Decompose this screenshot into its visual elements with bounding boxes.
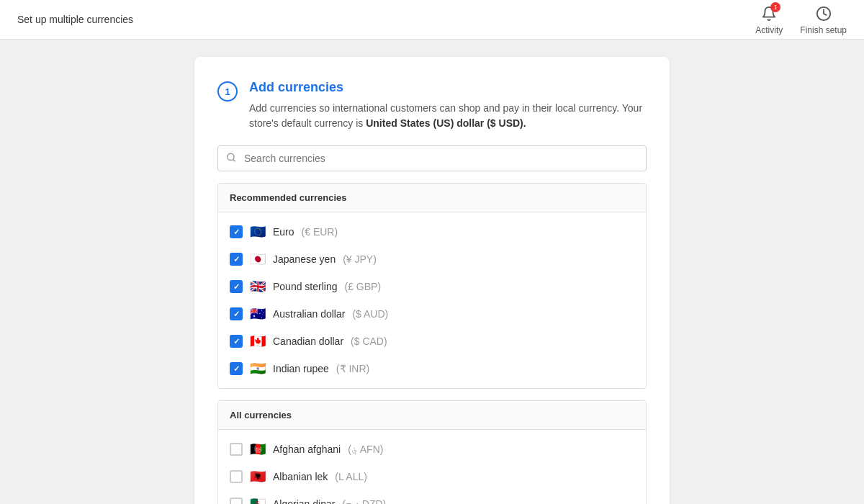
activity-icon-wrapper: 1 bbox=[759, 4, 779, 24]
all-section-label: All currencies bbox=[218, 401, 646, 430]
currency-name: Euro bbox=[273, 226, 294, 238]
currency-name: Canadian dollar bbox=[273, 336, 343, 347]
currency-checkbox[interactable] bbox=[230, 280, 243, 293]
activity-nav-item[interactable]: 1 Activity bbox=[755, 4, 783, 35]
currency-item: 🇯🇵Japanese yen (¥ JPY) bbox=[230, 246, 634, 273]
currency-checkbox[interactable] bbox=[230, 225, 243, 238]
currency-flag: 🇦🇱 bbox=[250, 469, 266, 485]
finish-setup-label: Finish setup bbox=[800, 25, 847, 35]
currency-item: 🇪🇺Euro (€ EUR) bbox=[230, 218, 634, 246]
currency-code: (؋ AFN) bbox=[348, 444, 383, 455]
currency-flag: 🇬🇧 bbox=[250, 279, 266, 294]
currency-item: 🇦🇱Albanian lek (L ALL) bbox=[230, 463, 634, 490]
search-icon bbox=[226, 153, 236, 165]
header: Set up multiple currencies 1 Activity Fi… bbox=[0, 0, 864, 40]
currency-code: ($ CAD) bbox=[351, 336, 387, 347]
currency-flag: 🇦🇺 bbox=[250, 306, 266, 322]
all-currencies-section: All currencies 🇦🇫Afghan afghani (؋ AFN)🇦… bbox=[217, 400, 647, 504]
search-input[interactable] bbox=[217, 145, 647, 171]
clock-icon bbox=[816, 6, 832, 22]
currency-item: 🇩🇿Algerian dinar (د.ج DZD) bbox=[230, 490, 634, 504]
currency-checkbox[interactable] bbox=[230, 470, 243, 483]
step-description-strong: United States (US) dollar ($ USD). bbox=[366, 117, 526, 129]
currency-name: Japanese yen bbox=[273, 253, 336, 265]
currency-name: Albanian lek bbox=[273, 471, 328, 482]
recommended-section-label: Recommended currencies bbox=[218, 184, 646, 212]
page-title: Set up multiple currencies bbox=[17, 14, 133, 25]
step-header: 1 Add currencies Add currencies so inter… bbox=[217, 80, 647, 131]
currency-checkbox[interactable] bbox=[230, 362, 243, 375]
currency-name: Afghan afghani bbox=[273, 444, 341, 455]
currency-flag: 🇪🇺 bbox=[250, 224, 266, 240]
currency-name: Australian dollar bbox=[273, 308, 345, 320]
step-content: Add currencies Add currencies so interna… bbox=[249, 80, 647, 131]
currency-flag: 🇦🇫 bbox=[250, 441, 266, 457]
search-container bbox=[217, 145, 647, 171]
recommended-currencies-section: Recommended currencies 🇪🇺Euro (€ EUR)🇯🇵J… bbox=[217, 183, 647, 389]
main-content: 1 Add currencies Add currencies so inter… bbox=[0, 40, 864, 504]
currency-code: (£ GBP) bbox=[345, 281, 382, 292]
currency-checkbox[interactable] bbox=[230, 335, 243, 348]
all-currency-list: 🇦🇫Afghan afghani (؋ AFN)🇦🇱Albanian lek (… bbox=[218, 430, 646, 504]
currency-item: 🇦🇺Australian dollar ($ AUD) bbox=[230, 300, 634, 328]
currency-item: 🇬🇧Pound sterling (£ GBP) bbox=[230, 273, 634, 300]
setup-card: 1 Add currencies Add currencies so inter… bbox=[194, 57, 670, 504]
activity-label: Activity bbox=[755, 25, 783, 35]
currency-flag: 🇩🇿 bbox=[250, 496, 266, 504]
finish-setup-nav-item[interactable]: Finish setup bbox=[800, 4, 847, 35]
currency-code: (€ EUR) bbox=[302, 226, 338, 238]
step-description: Add currencies so international customer… bbox=[249, 101, 647, 131]
currency-name: Indian rupee bbox=[273, 363, 329, 374]
currency-checkbox[interactable] bbox=[230, 253, 243, 266]
step-badge: 1 bbox=[217, 81, 238, 102]
currency-flag: 🇮🇳 bbox=[250, 361, 266, 377]
currency-flag: 🇯🇵 bbox=[250, 251, 266, 267]
recommended-currency-list: 🇪🇺Euro (€ EUR)🇯🇵Japanese yen (¥ JPY)🇬🇧Po… bbox=[218, 212, 646, 388]
currency-checkbox[interactable] bbox=[230, 307, 243, 320]
finish-setup-icon-wrapper bbox=[814, 4, 834, 24]
currency-name: Algerian dinar bbox=[273, 498, 335, 504]
currency-code: (¥ JPY) bbox=[343, 253, 377, 265]
currency-code: (L ALL) bbox=[335, 471, 367, 482]
currency-item: 🇦🇫Afghan afghani (؋ AFN) bbox=[230, 436, 634, 463]
header-actions: 1 Activity Finish setup bbox=[755, 4, 847, 35]
currency-checkbox[interactable] bbox=[230, 498, 243, 504]
currency-name: Pound sterling bbox=[273, 281, 338, 292]
currency-checkbox[interactable] bbox=[230, 443, 243, 456]
svg-line-2 bbox=[233, 159, 235, 161]
activity-badge: 1 bbox=[770, 2, 780, 12]
step-title: Add currencies bbox=[249, 80, 647, 95]
currency-item: 🇨🇦Canadian dollar ($ CAD) bbox=[230, 328, 634, 355]
currency-code: (د.ج DZD) bbox=[342, 498, 386, 504]
currency-item: 🇮🇳Indian rupee (₹ INR) bbox=[230, 355, 634, 382]
currency-flag: 🇨🇦 bbox=[250, 333, 266, 349]
currency-code: ($ AUD) bbox=[352, 308, 388, 320]
currency-code: (₹ INR) bbox=[336, 363, 369, 374]
